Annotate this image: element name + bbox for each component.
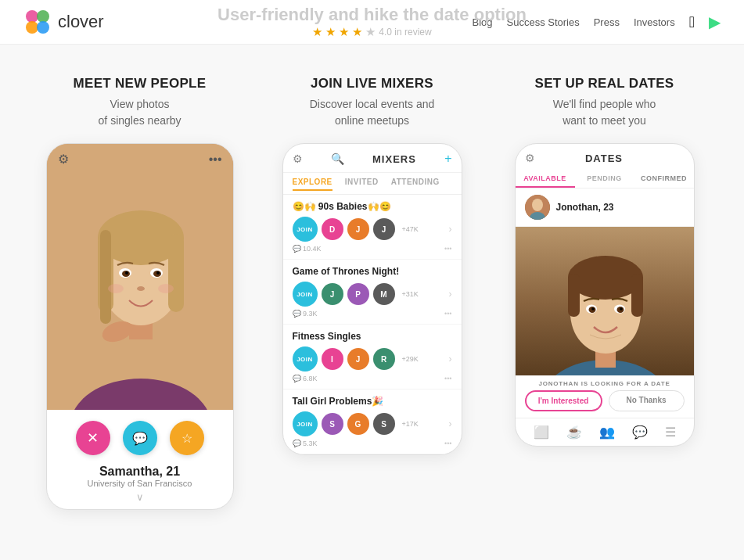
chevron-3[interactable]: › <box>449 354 452 364</box>
mixer-meta-4: 💬 5.3K ••• <box>293 440 452 447</box>
mixer-row-4: JOIN S G S +17K › <box>293 411 452 436</box>
avatar-1a: D <box>322 218 343 240</box>
mixer-comment-count-4: 💬 5.3K <box>293 440 318 447</box>
chevron-1[interactable]: › <box>449 224 452 235</box>
no-thanks-button[interactable]: No Thanks <box>609 390 685 411</box>
reject-button[interactable]: ✕ <box>76 421 110 455</box>
svg-point-23 <box>532 199 543 211</box>
filter-icon[interactable]: ⚙ <box>293 153 303 165</box>
search-icon[interactable]: 🔍 <box>331 153 344 165</box>
chat-icon[interactable]: 💬 <box>632 425 648 440</box>
date-looking-label: JONOTHAN IS LOOKING FOR A DATE <box>516 375 694 390</box>
date-action-row: I'm Interested No Thanks <box>516 390 694 418</box>
header: clover User-friendly and hike the date o… <box>0 0 744 45</box>
avatar-1b: J <box>347 218 369 240</box>
tv-icon[interactable]: ⬜ <box>534 425 549 440</box>
mixer-row-1: JOIN D J J +47K › <box>293 217 452 242</box>
chevron-4[interactable]: › <box>449 418 452 429</box>
chat-button[interactable]: 💬 <box>123 421 157 455</box>
date-avatar <box>525 195 550 220</box>
add-icon[interactable]: + <box>444 152 451 166</box>
svg-point-19 <box>108 284 124 293</box>
star1-icon: ★ <box>312 25 322 39</box>
date-photo <box>516 227 694 375</box>
svg-point-18 <box>137 286 145 291</box>
mixer-comment-count-2: 💬 9.3K <box>293 310 318 318</box>
star4-icon: ★ <box>352 25 362 39</box>
mixer-count-badge-3: +29K <box>402 355 419 363</box>
phone-mixers: ⚙ 🔍 MIXERS + EXPLORE INVITED ATTENDING 😊… <box>282 143 462 455</box>
dates-bottom-nav: ⬜ ☕ 👥 💬 ☰ <box>516 418 694 446</box>
menu-icon[interactable]: ☰ <box>665 425 676 440</box>
tab-invited[interactable]: INVITED <box>345 178 379 191</box>
avatar-3a: I <box>322 348 343 370</box>
favorite-button[interactable]: ☆ <box>170 421 204 455</box>
tab-attending[interactable]: ATTENDING <box>391 178 440 191</box>
svg-point-3 <box>37 21 49 34</box>
avatar-4b: G <box>347 413 369 435</box>
logo-text: clover <box>58 12 104 32</box>
svg-point-37 <box>620 307 623 311</box>
nav-investors[interactable]: Investors <box>634 16 675 28</box>
svg-point-36 <box>591 307 595 311</box>
svg-point-0 <box>26 10 38 23</box>
svg-point-17 <box>156 271 160 275</box>
action-buttons: ✕ 💬 ☆ <box>47 410 233 461</box>
tab-pending[interactable]: PENDING <box>575 171 634 188</box>
svg-point-1 <box>37 10 49 23</box>
col3-title: SET UP REAL DATES <box>535 76 674 92</box>
join-btn-2[interactable]: JOIN <box>293 282 318 307</box>
mixer-title-1: 😊🙌 90s Babies🙌😊 <box>293 201 452 212</box>
mixer-count-badge-2: +31K <box>402 290 419 298</box>
join-btn-4[interactable]: JOIN <box>293 411 318 436</box>
avatar-2c: M <box>373 283 395 305</box>
col2-subtitle: Discover local events andonline meetups <box>310 96 435 129</box>
mixer-row-3: JOIN I J R +29K › <box>293 346 452 372</box>
mixer-title-3: Fitness Singles <box>293 331 452 342</box>
more-icon[interactable]: ••• <box>209 153 222 167</box>
col1-subtitle: View photosof singles nearby <box>99 96 182 129</box>
nav-press[interactable]: Press <box>594 16 620 28</box>
rating-text: 4.0 in review <box>379 27 431 38</box>
mixer-avatars-4: JOIN S G S +17K <box>293 411 419 436</box>
star5-icon: ★ <box>365 25 376 39</box>
dates-topbar: ⚙ DATES <box>516 144 694 171</box>
apple-icon[interactable]:  <box>689 13 695 31</box>
tab-confirmed[interactable]: CONFIRMED <box>634 171 694 188</box>
col2-title: JOIN LIVE MIXERS <box>311 76 433 92</box>
filter-icon[interactable]: ⚙ <box>58 152 69 167</box>
svg-point-20 <box>158 284 174 293</box>
join-btn-1[interactable]: JOIN <box>293 217 318 242</box>
interested-button[interactable]: I'm Interested <box>525 390 602 411</box>
mixer-item-3: Fitness Singles JOIN I J R +29K › 💬 6.8K… <box>283 325 462 389</box>
logo: clover <box>23 8 104 36</box>
mixer-meta-2: 💬 9.3K ••• <box>293 310 452 318</box>
date-profile-row: Jonothan, 23 <box>516 188 694 227</box>
chevron-2[interactable]: › <box>449 289 452 300</box>
join-btn-3[interactable]: JOIN <box>293 346 318 372</box>
mixer-meta-1: 💬 10.4K ••• <box>293 245 452 253</box>
coffee-icon[interactable]: ☕ <box>566 425 582 440</box>
profile-expand-arrow[interactable]: ∨ <box>47 491 233 509</box>
mixer-item-4: Tall Girl Problems🎉 JOIN S G S +17K › 💬 … <box>283 389 462 454</box>
phone1-topbar: ⚙ ••• <box>47 144 233 171</box>
dates-tabs: AVAILABLE PENDING CONFIRMED <box>516 171 694 188</box>
main-content: MEET NEW PEOPLE View photosof singles ne… <box>0 45 744 533</box>
mixer-avatars-2: JOIN J P M +31K <box>293 282 419 307</box>
mixer-avatars-1: JOIN D J J +47K <box>293 217 419 242</box>
mixer-avatars-3: JOIN I J R +29K <box>293 346 419 372</box>
profile-name: Samantha, 21 <box>47 461 233 479</box>
avatar-2b: P <box>347 283 369 305</box>
phone1-inner: ⚙ ••• <box>47 144 233 509</box>
tab-available[interactable]: AVAILABLE <box>516 171 575 188</box>
svg-point-16 <box>125 271 128 275</box>
google-play-icon[interactable]: ▶ <box>709 13 721 31</box>
mixer-count-badge-4: +17K <box>402 420 419 428</box>
filter-icon-dates[interactable]: ⚙ <box>525 152 535 164</box>
tab-explore[interactable]: EXPLORE <box>293 178 332 191</box>
avatar-2a: J <box>322 283 343 305</box>
people-icon[interactable]: 👥 <box>599 425 615 440</box>
star2-icon: ★ <box>325 25 336 39</box>
svg-rect-31 <box>631 274 643 317</box>
mixer-count-badge-1: +47K <box>402 225 419 233</box>
